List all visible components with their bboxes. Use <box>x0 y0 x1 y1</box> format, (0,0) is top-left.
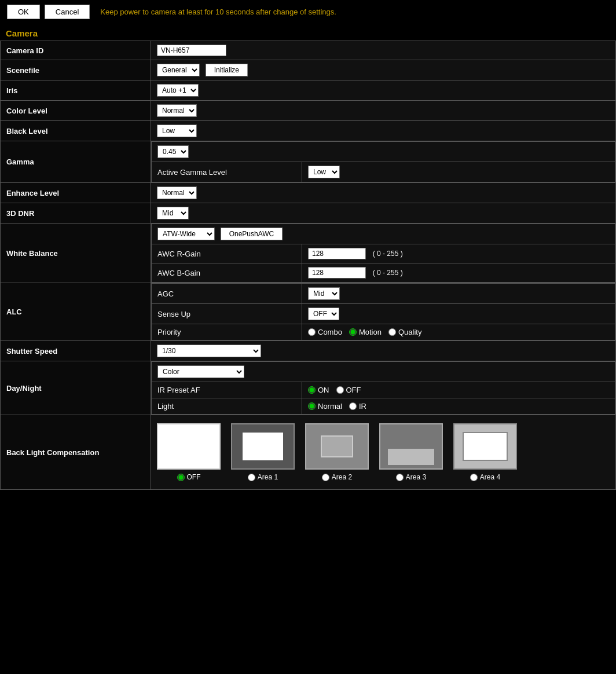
awc-b-gain-row: AWC B-Gain ( 0 - 255 ) <box>152 263 615 283</box>
blc-area1-inner <box>243 433 283 460</box>
light-normal-label[interactable]: Normal <box>308 402 342 411</box>
dn-main-row: Color B/W Auto <box>152 362 615 382</box>
light-normal-radio[interactable] <box>308 402 316 410</box>
iris-label: Iris <box>1 80 151 101</box>
blc-area2-radio[interactable] <box>322 474 329 481</box>
gamma-main-row: 0.35 0.45 0.55 0.65 <box>152 142 615 162</box>
dn-inner-table: Color B/W Auto IR Preset AF ON <box>151 361 615 415</box>
black-level-select[interactable]: Low Normal High <box>157 124 197 137</box>
alc-label: ALC <box>1 283 151 341</box>
scenefile-select[interactable]: General Indoor Outdoor Custom <box>157 64 200 76</box>
iris-value-cell: Auto +1 Auto Auto -1 Manual <box>151 80 616 101</box>
light-radio-group: Normal IR <box>308 402 609 411</box>
camera-id-input[interactable] <box>157 45 226 56</box>
dnr-value-cell: OFF Low Mid High <box>151 203 616 224</box>
notice-text: Keep power to camera at least for 10 sec… <box>100 8 336 16</box>
color-level-value-cell: Low Normal High <box>151 101 616 121</box>
iris-select[interactable]: Auto +1 Auto Auto -1 Manual <box>157 84 199 97</box>
awc-b-gain-cell: ( 0 - 255 ) <box>302 263 615 283</box>
priority-quality-text: Quality <box>398 328 421 336</box>
ir-preset-off-label[interactable]: OFF <box>336 386 361 394</box>
blc-area3-icon[interactable] <box>379 423 443 470</box>
priority-combo-label[interactable]: Combo <box>308 328 342 336</box>
awc-b-gain-label: AWC B-Gain <box>152 263 302 283</box>
iris-row: Iris Auto +1 Auto Auto -1 Manual <box>1 80 616 101</box>
blc-off-radio[interactable] <box>177 474 185 481</box>
blc-area2-icon[interactable] <box>305 423 369 470</box>
light-row: Light Normal IR <box>152 398 615 415</box>
awc-r-gain-cell: ( 0 - 255 ) <box>302 244 615 263</box>
priority-motion-radio[interactable] <box>349 328 357 336</box>
awc-b-gain-input[interactable] <box>308 267 366 279</box>
section-title: Camera <box>0 24 616 41</box>
active-gamma-select[interactable]: Low Mid High <box>308 166 340 178</box>
ir-preset-on-label[interactable]: ON <box>308 386 329 394</box>
awc-r-gain-row: AWC R-Gain ( 0 - 255 ) <box>152 244 615 263</box>
blc-area4-item: Area 4 <box>453 423 517 481</box>
ir-preset-off-text: OFF <box>346 386 361 394</box>
light-normal-text: Normal <box>318 402 342 411</box>
agc-row: AGC Low Mid High <box>152 284 615 304</box>
black-level-row: Black Level Low Normal High <box>1 121 616 141</box>
white-balance-row: White Balance ATW-Wide ATW-Narrow ATW-Fu… <box>1 224 616 283</box>
black-level-value-cell: Low Normal High <box>151 121 616 141</box>
ok-button[interactable]: OK <box>7 5 40 19</box>
shutter-speed-row: Shutter Speed 1/1 1/2 1/4 1/8 1/15 1/30 … <box>1 341 616 361</box>
day-night-select[interactable]: Color B/W Auto <box>157 365 244 378</box>
settings-table: Camera ID Scenefile General Indoor Outdo… <box>0 41 616 490</box>
camera-id-label: Camera ID <box>1 41 151 60</box>
gamma-value-cell: 0.35 0.45 0.55 0.65 Active Gamma Level L… <box>151 141 616 183</box>
color-level-label: Color Level <box>1 101 151 121</box>
light-ir-label[interactable]: IR <box>349 402 366 411</box>
cancel-button[interactable]: Cancel <box>45 5 90 19</box>
shutter-speed-select[interactable]: 1/1 1/2 1/4 1/8 1/15 1/30 1/60 1/120 1/2… <box>157 345 261 357</box>
enhance-level-row: Enhance Level Low Normal High <box>1 183 616 203</box>
sense-up-value-cell: OFF x2 x4 x8 <box>302 304 615 324</box>
initialize-button[interactable]: Initialize <box>206 64 248 76</box>
blc-off-text: OFF <box>187 473 201 481</box>
sense-up-select[interactable]: OFF x2 x4 x8 <box>308 307 339 320</box>
priority-quality-radio[interactable] <box>388 328 396 336</box>
alc-row: ALC AGC Low Mid High Sense Up <box>1 283 616 341</box>
priority-quality-label[interactable]: Quality <box>388 328 421 336</box>
gamma-select-cell: 0.35 0.45 0.55 0.65 <box>152 142 615 162</box>
blc-area1-radio[interactable] <box>248 474 255 481</box>
enhance-level-label: Enhance Level <box>1 183 151 203</box>
blc-row: Back Light Compensation OFF <box>1 415 616 490</box>
gamma-row: Gamma 0.35 0.45 0.55 0.65 Active Gamma L… <box>1 141 616 183</box>
gamma-select[interactable]: 0.35 0.45 0.55 0.65 <box>157 145 189 158</box>
one-push-awc-button[interactable]: OnePushAWC <box>221 228 283 240</box>
blc-area4-icon[interactable] <box>453 423 517 470</box>
agc-select[interactable]: Low Mid High <box>308 287 340 300</box>
blc-area4-radio[interactable] <box>470 474 478 481</box>
awc-r-gain-input[interactable] <box>308 248 366 259</box>
blc-area3-radio[interactable] <box>396 474 404 481</box>
blc-area2-label: Area 2 <box>322 473 352 481</box>
enhance-level-select[interactable]: Low Normal High <box>157 186 197 199</box>
ir-preset-on-radio[interactable] <box>308 386 316 394</box>
light-ir-radio[interactable] <box>349 402 357 410</box>
active-gamma-row: Active Gamma Level Low Mid High <box>152 162 615 182</box>
white-balance-label: White Balance <box>1 224 151 283</box>
blc-area2-item: Area 2 <box>305 423 369 481</box>
wb-select[interactable]: ATW-Wide ATW-Narrow ATW-Full AWC MWB <box>157 228 215 240</box>
blc-area3-item: Area 3 <box>379 423 443 481</box>
scenefile-row: Scenefile General Indoor Outdoor Custom … <box>1 60 616 80</box>
dnr-select[interactable]: OFF Low Mid High <box>157 207 189 219</box>
priority-combo-radio[interactable] <box>308 328 316 336</box>
ir-preset-off-radio[interactable] <box>336 386 344 394</box>
black-level-label: Black Level <box>1 121 151 141</box>
wb-main-row: ATW-Wide ATW-Narrow ATW-Full AWC MWB One… <box>152 224 615 244</box>
blc-area1-icon[interactable] <box>231 423 295 470</box>
blc-off-icon[interactable] <box>157 423 221 470</box>
blc-area1-label: Area 1 <box>248 473 278 481</box>
priority-motion-label[interactable]: Motion <box>349 328 382 336</box>
wb-select-cell: ATW-Wide ATW-Narrow ATW-Full AWC MWB One… <box>152 224 615 244</box>
agc-value-cell: Low Mid High <box>302 284 615 304</box>
sense-up-row: Sense Up OFF x2 x4 x8 <box>152 304 615 324</box>
color-level-select[interactable]: Low Normal High <box>157 104 197 117</box>
shutter-speed-value-cell: 1/1 1/2 1/4 1/8 1/15 1/30 1/60 1/120 1/2… <box>151 341 616 361</box>
priority-radio-group: Combo Motion Quality <box>308 328 609 336</box>
light-label: Light <box>152 398 302 415</box>
wb-inner-table: ATW-Wide ATW-Narrow ATW-Full AWC MWB One… <box>151 224 615 283</box>
